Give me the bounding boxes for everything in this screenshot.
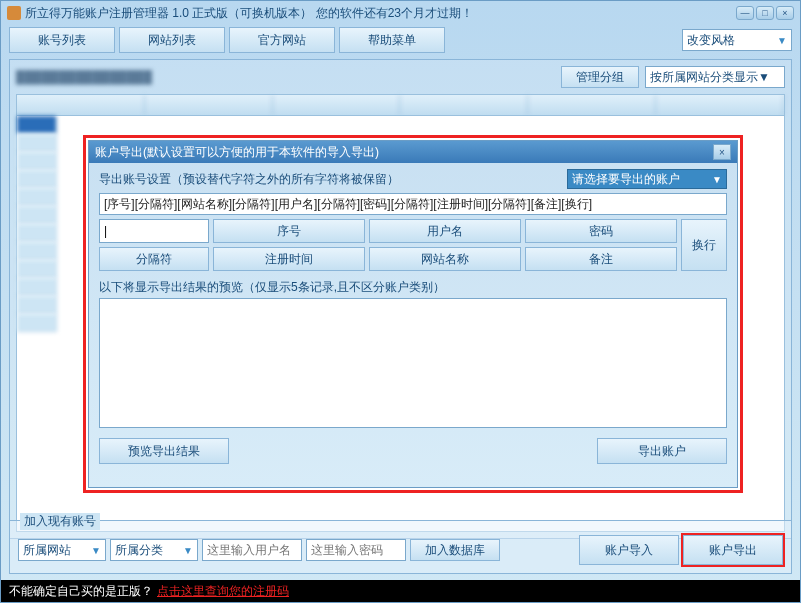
token-pass-button[interactable]: 密码 (525, 219, 677, 243)
format-string-input[interactable]: [序号][分隔符][网站名称][分隔符][用户名][分隔符][密码][分隔符][… (99, 193, 727, 215)
status-text: 不能确定自己买的是正版？ (9, 583, 153, 600)
export-dialog-highlight: 账户导出(默认设置可以方便的用于本软件的导入导出) × 导出账号设置（预设替代字… (83, 135, 743, 493)
chevron-down-icon: ▼ (183, 545, 193, 556)
tab-help-menu[interactable]: 帮助菜单 (339, 27, 445, 53)
main-toolbar: 账号列表 网站列表 官方网站 帮助菜单 改变风格 ▼ (1, 25, 800, 55)
export-dialog: 账户导出(默认设置可以方便的用于本软件的导入导出) × 导出账号设置（预设替代字… (88, 140, 738, 488)
style-select[interactable]: 改变风格 ▼ (682, 29, 792, 51)
grid-header (16, 94, 785, 116)
site-select[interactable]: 所属网站▼ (18, 539, 106, 561)
titlebar: 所立得万能账户注册管理器 1.0 正式版（可换机版本） 您的软件还有23个月才过… (1, 1, 800, 25)
import-accounts-button[interactable]: 账户导入 (579, 535, 679, 565)
blurred-header-text: ████████████████ (16, 70, 152, 84)
add-account-panel: 加入现有账号 所属网站▼ 所属分类▼ 加入数据库 账户导入 账户导出 (9, 520, 792, 574)
maximize-button[interactable]: □ (756, 6, 774, 20)
add-account-legend: 加入现有账号 (20, 513, 100, 530)
tab-account-list[interactable]: 账号列表 (9, 27, 115, 53)
statusbar: 不能确定自己买的是正版？ 点击这里查询您的注册码 (1, 580, 800, 602)
token-user-button[interactable]: 用户名 (369, 219, 521, 243)
username-input[interactable] (202, 539, 302, 561)
preview-label: 以下将显示导出结果的预览（仅显示5条记录,且不区分账户类别） (99, 279, 727, 296)
app-icon (7, 6, 21, 20)
window-title: 所立得万能账户注册管理器 1.0 正式版（可换机版本） 您的软件还有23个月才过… (25, 5, 473, 22)
close-button[interactable]: × (776, 6, 794, 20)
password-input[interactable] (306, 539, 406, 561)
minimize-button[interactable]: — (736, 6, 754, 20)
token-sep-button[interactable]: 分隔符 (99, 247, 209, 271)
dialog-titlebar: 账户导出(默认设置可以方便的用于本软件的导入导出) × (89, 141, 737, 163)
tab-website-list[interactable]: 网站列表 (119, 27, 225, 53)
style-select-label: 改变风格 (687, 32, 735, 49)
token-wrap-button[interactable]: 换行 (681, 219, 727, 271)
preview-export-button[interactable]: 预览导出结果 (99, 438, 229, 464)
separator-input[interactable] (99, 219, 209, 243)
tab-official-site[interactable]: 官方网站 (229, 27, 335, 53)
preview-textarea[interactable] (99, 298, 727, 428)
chevron-down-icon: ▼ (758, 70, 770, 84)
table-row[interactable] (17, 116, 784, 134)
select-accounts-label: 请选择要导出的账户 (572, 171, 680, 188)
sort-select[interactable]: 按所属网站分类显示 ▼ (645, 66, 785, 88)
token-seq-button[interactable]: 序号 (213, 219, 365, 243)
token-site-button[interactable]: 网站名称 (369, 247, 521, 271)
dialog-close-button[interactable]: × (713, 144, 731, 160)
token-remark-button[interactable]: 备注 (525, 247, 677, 271)
status-link[interactable]: 点击这里查询您的注册码 (157, 583, 289, 600)
export-setting-label: 导出账号设置（预设替代字符之外的所有字符将被保留） (99, 171, 399, 188)
chevron-down-icon: ▼ (712, 174, 722, 185)
add-database-button[interactable]: 加入数据库 (410, 539, 500, 561)
export-accounts-button[interactable]: 账户导出 (683, 535, 783, 565)
category-select[interactable]: 所属分类▼ (110, 539, 198, 561)
select-accounts-dropdown[interactable]: 请选择要导出的账户 ▼ (567, 169, 727, 189)
do-export-button[interactable]: 导出账户 (597, 438, 727, 464)
dialog-title: 账户导出(默认设置可以方便的用于本软件的导入导出) (95, 144, 379, 161)
chevron-down-icon: ▼ (91, 545, 101, 556)
manage-group-button[interactable]: 管理分组 (561, 66, 639, 88)
sort-select-label: 按所属网站分类显示 (650, 69, 758, 86)
token-regtime-button[interactable]: 注册时间 (213, 247, 365, 271)
chevron-down-icon: ▼ (777, 35, 787, 46)
